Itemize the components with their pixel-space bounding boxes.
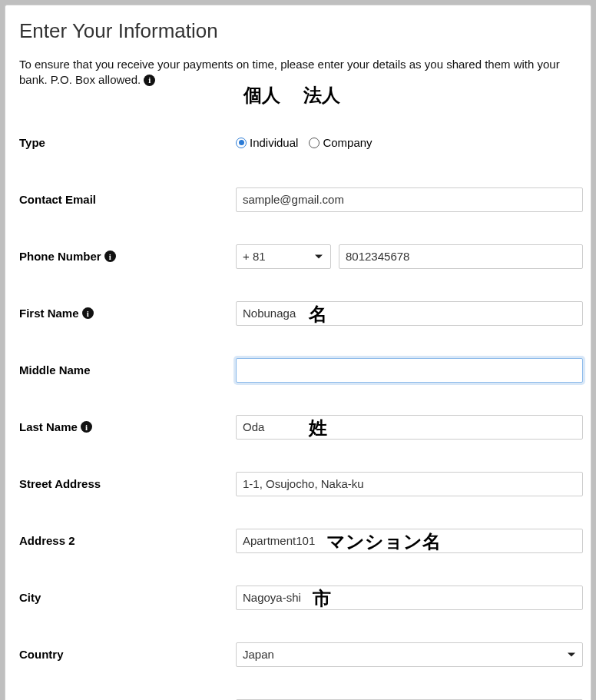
chevron-down-icon (315, 254, 323, 258)
label-city: City (19, 591, 236, 604)
label-address-2: Address 2 (19, 534, 236, 547)
row-first-name: First Name i 名 (19, 291, 583, 336)
city-input[interactable] (236, 586, 583, 610)
type-radio-group: Individual Company (236, 136, 372, 149)
label-first-name: First Name i (19, 307, 236, 320)
radio-icon (309, 138, 320, 148)
address-2-input[interactable] (236, 529, 583, 553)
annotation-individual: 個人 (243, 83, 280, 108)
chevron-down-icon (568, 652, 575, 656)
row-country: Country Japan (19, 632, 583, 677)
annotation-company: 法人 (303, 83, 340, 108)
label-last-name: Last Name i (19, 420, 236, 434)
radio-company-label: Company (323, 136, 372, 149)
row-street-address: Street Address (19, 462, 583, 506)
label-street-address: Street Address (19, 477, 236, 490)
phone-prefix-value: + 81 (243, 250, 266, 263)
info-icon[interactable]: i (82, 307, 94, 319)
description-content: To ensure that you receive your payments… (19, 58, 560, 86)
info-icon[interactable]: i (144, 75, 155, 86)
row-middle-name: Middle Name (19, 348, 583, 393)
page-title: Enter Your Information (19, 19, 583, 43)
country-select[interactable]: Japan (236, 642, 583, 667)
first-name-input[interactable] (236, 301, 583, 326)
label-type: Type (19, 136, 236, 149)
label-middle-name: Middle Name (19, 363, 236, 377)
middle-name-input[interactable] (236, 358, 583, 383)
row-city: City 市 (19, 576, 583, 620)
radio-company[interactable]: Company (309, 136, 372, 149)
last-name-input[interactable] (236, 415, 583, 440)
info-icon[interactable]: i (81, 421, 92, 433)
radio-icon (236, 138, 247, 148)
radio-individual[interactable]: Individual (236, 136, 298, 149)
type-annotation-overlay: 個人 法人 (243, 83, 340, 108)
phone-number-input[interactable] (339, 244, 583, 269)
country-value: Japan (243, 648, 274, 661)
row-last-name: Last Name i 姓 (19, 405, 583, 450)
radio-individual-label: Individual (250, 136, 298, 149)
row-address-2: Address 2 マンション名 (19, 519, 583, 563)
street-address-input[interactable] (236, 472, 583, 496)
label-contact-email: Contact Email (19, 193, 236, 206)
form-panel: Enter Your Information To ensure that yo… (5, 5, 591, 700)
label-country: Country (19, 648, 236, 661)
contact-email-input[interactable] (236, 187, 583, 212)
row-zip: ZIP (19, 689, 583, 701)
info-icon[interactable]: i (104, 250, 116, 262)
row-contact-email: Contact Email (19, 177, 583, 222)
row-phone: Phone Number i + 81 (19, 234, 583, 279)
phone-prefix-select[interactable]: + 81 (236, 244, 331, 269)
row-type: Type Individual Company (19, 121, 583, 165)
label-phone: Phone Number i (19, 250, 236, 264)
